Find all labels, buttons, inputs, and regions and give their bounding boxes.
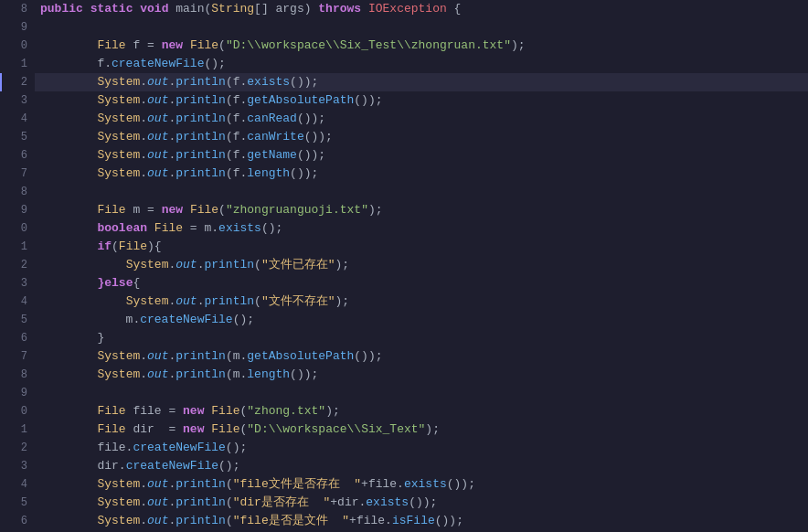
code-token: new (162, 38, 183, 52)
code-token: createNewFile (140, 313, 232, 326)
line-number: 6 (2, 512, 35, 530)
code-token: . (140, 148, 147, 162)
line-number: 9 (2, 384, 35, 402)
line-number: 3 (2, 91, 35, 110)
code-token: static (90, 2, 133, 16)
code-token: println (175, 148, 226, 162)
code-token: f. (40, 57, 112, 70)
code-token: (); (204, 57, 225, 70)
line-content: } (35, 329, 808, 347)
code-token: println (175, 477, 226, 491)
code-token (40, 221, 97, 235)
code-line: 8public static void main(String[] args) … (0, 0, 808, 18)
code-token: ( (254, 294, 261, 308)
code-token: (f. (226, 130, 247, 144)
code-token: println (175, 112, 226, 125)
line-number: 2 (2, 256, 35, 274)
line-number: 1 (2, 238, 35, 256)
line-number: 4 (2, 475, 35, 494)
code-line: 9 File m = new File("zhongruanguoji.txt"… (0, 201, 808, 219)
code-token: out (175, 294, 197, 308)
code-token: +file. (349, 514, 392, 527)
line-content: File m = new File("zhongruanguoji.txt"); (35, 201, 808, 219)
line-content: System.out.println(f.getName()); (35, 146, 808, 165)
line-content: File dir = new File("D:\\workspace\\Six_… (35, 420, 808, 439)
code-token (40, 294, 126, 308)
code-token: (f. (226, 75, 247, 89)
line-number: 1 (2, 420, 35, 439)
code-token: System (97, 367, 140, 381)
line-content: System.out.println(f.length()); (35, 165, 808, 183)
line-number: 0 (2, 402, 35, 420)
code-token: . (140, 93, 147, 107)
code-token (40, 203, 97, 217)
line-content: System.out.println(m.length()); (35, 366, 808, 384)
code-token: ()); (290, 166, 318, 180)
code-token: createNewFile (133, 441, 225, 454)
code-token: = m. (183, 221, 218, 235)
code-token: (); (261, 221, 282, 235)
code-token: println (204, 258, 254, 271)
line-number: 4 (2, 110, 35, 128)
code-token: out (147, 166, 168, 180)
code-token (40, 258, 126, 271)
line-number: 0 (2, 37, 35, 55)
code-token (83, 2, 90, 16)
code-token: "D:\\workspace\\Six_Text" (247, 422, 425, 436)
code-token: }else (97, 276, 133, 290)
code-token: (); (226, 441, 247, 454)
code-token (40, 38, 97, 52)
code-editor: 8public static void main(String[] args) … (0, 0, 808, 532)
code-token: f = (126, 38, 162, 52)
code-token: System (97, 477, 140, 491)
code-token: "zhong.txt" (247, 404, 325, 418)
code-token (40, 276, 97, 290)
code-token: exists (366, 495, 409, 509)
code-token: length (247, 166, 290, 180)
code-token: out (147, 112, 168, 125)
code-token: System (97, 130, 140, 144)
code-token: exists (247, 75, 290, 89)
code-token (40, 422, 97, 436)
code-line: 9 (0, 384, 808, 402)
code-token: "dir是否存在 " (233, 495, 331, 509)
code-token: System (97, 349, 140, 363)
line-content (35, 384, 808, 402)
code-token: File (211, 404, 239, 418)
line-content: System.out.println(f.canWrite()); (35, 128, 808, 146)
code-token (40, 495, 97, 509)
code-token: ); (335, 258, 350, 271)
code-token: System (97, 75, 140, 89)
code-token: if (97, 239, 112, 253)
code-token: out (147, 130, 168, 144)
code-token: . (140, 477, 147, 491)
code-token: System (126, 258, 169, 271)
line-number: 5 (2, 311, 35, 329)
code-token: isFile (392, 514, 435, 527)
line-number: 6 (2, 329, 35, 347)
code-token: file = (126, 404, 183, 418)
code-line: 2 System.out.println("文件已存在"); (0, 256, 808, 274)
code-token (40, 148, 97, 162)
code-token: println (175, 495, 226, 509)
line-content: System.out.println("文件已存在"); (35, 256, 808, 274)
code-token (183, 203, 190, 217)
line-number: 8 (2, 366, 35, 384)
code-token: ( (226, 514, 233, 527)
code-token: createNewFile (126, 459, 218, 473)
code-token: ()); (354, 93, 382, 107)
code-token: ); (368, 203, 383, 217)
code-token: getAbsolutePath (247, 93, 354, 107)
line-content (35, 183, 808, 201)
line-number: 3 (2, 457, 35, 475)
code-token: { (447, 2, 462, 16)
code-token: ); (425, 422, 440, 436)
line-content: }else{ (35, 274, 808, 293)
code-line: 6 } (0, 329, 808, 347)
code-token: m = (126, 203, 162, 217)
code-token (40, 349, 97, 363)
code-token: . (140, 130, 147, 144)
code-token: m. (40, 313, 140, 326)
code-token: System (97, 514, 140, 527)
line-number: 9 (2, 18, 35, 37)
